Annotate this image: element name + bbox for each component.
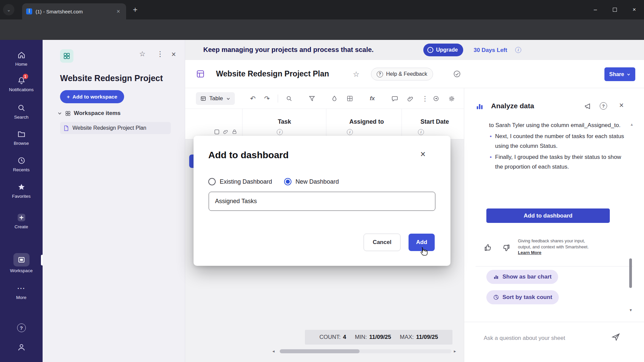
checkbox-icon[interactable]: [214, 129, 220, 135]
sheet-grid-icon: [196, 69, 205, 78]
thumbs-up-icon[interactable]: [484, 243, 492, 252]
share-label: Share: [609, 71, 624, 77]
toolbar-more-icon[interactable]: ⋮: [419, 93, 431, 105]
tab-close-icon[interactable]: ×: [114, 7, 122, 16]
panel-scroll-up-icon[interactable]: ▲: [630, 122, 634, 126]
column-header-assigned-to[interactable]: Assigned to: [349, 118, 384, 125]
filter-icon[interactable]: [306, 93, 318, 105]
tab-search-button[interactable]: ⌄: [3, 4, 14, 15]
column-info-icon[interactable]: i: [418, 129, 424, 135]
feedback-text: Giving feedback shares your input, outpu…: [518, 238, 589, 249]
help-feedback-label: Help & Feedback: [386, 71, 427, 77]
column-info-icon[interactable]: i: [277, 129, 283, 135]
add-to-workspace-label: Add to workspace: [72, 94, 117, 100]
cancel-button[interactable]: Cancel: [364, 234, 400, 251]
sheet-title: Website Redesign Project Plan: [216, 69, 329, 78]
column-info-icon[interactable]: i: [347, 129, 353, 135]
panel-add-to-dashboard-button[interactable]: Add to dashboard: [486, 208, 610, 223]
sidebar-item-recents[interactable]: Recents: [0, 156, 43, 172]
existing-dashboard-label: Existing Dashboard: [220, 178, 272, 185]
sidebar-item-workspace[interactable]: Workspace: [0, 253, 43, 273]
undo-icon[interactable]: ↶: [247, 93, 259, 105]
dialog-close-icon[interactable]: ×: [419, 148, 427, 161]
scrollbar-track[interactable]: [280, 349, 451, 353]
sidebar-item-browse[interactable]: Browse: [0, 129, 43, 146]
sidebar-item-more[interactable]: ⋯ More: [0, 283, 43, 300]
existing-dashboard-option[interactable]: Existing Dashboard: [208, 178, 272, 185]
sidebar-help-button[interactable]: ?: [0, 323, 43, 332]
panel-scroll-down-icon[interactable]: ▼: [629, 308, 633, 312]
maximize-button[interactable]: [605, 0, 625, 19]
browser-tab[interactable]: ꟾ (1) - Smartsheet.com ×: [22, 3, 126, 19]
redo-icon[interactable]: ↷: [261, 93, 273, 105]
share-button[interactable]: Share: [604, 67, 635, 81]
view-label: Table: [209, 95, 223, 102]
workspace-panel-close-icon[interactable]: ×: [171, 50, 176, 59]
add-to-workspace-button[interactable]: + Add to workspace: [60, 90, 124, 103]
close-window-button[interactable]: ×: [625, 0, 644, 19]
analysis-steps: Next, I counted the number of tasks for …: [489, 131, 625, 172]
minimize-button[interactable]: –: [586, 0, 605, 19]
analysis-explanation: to Sarah Tyler using the column email_As…: [489, 120, 625, 172]
analyze-close-icon[interactable]: ×: [619, 101, 624, 110]
sidebar-item-home[interactable]: Home: [0, 50, 43, 67]
upgrade-icon: ↑: [427, 47, 433, 53]
scroll-right-arrow[interactable]: ▸: [454, 349, 456, 354]
settings-gear-icon[interactable]: [445, 93, 458, 105]
radio-unselected-icon[interactable]: [208, 178, 216, 185]
plus-icon: [16, 213, 26, 223]
scrollbar-thumb[interactable]: [280, 349, 360, 353]
formula-icon[interactable]: fx: [366, 93, 378, 105]
sidebar-item-create[interactable]: Create: [0, 213, 43, 229]
analyze-help-icon[interactable]: ?: [600, 102, 607, 110]
toolbar-search-icon[interactable]: [283, 93, 295, 105]
sidebar-item-search[interactable]: Search: [0, 103, 43, 120]
workspace-item-sheet[interactable]: Website Redesign Project Plan: [60, 122, 171, 134]
favorite-star-icon[interactable]: ☆: [139, 50, 146, 58]
workspace-menu-icon[interactable]: ⋮: [157, 50, 164, 58]
radio-selected-icon[interactable]: [284, 178, 291, 185]
tab-title: (1) - Smartsheet.com: [36, 9, 111, 14]
sidebar-label: Recents: [13, 167, 30, 172]
sidebar-label: Notifications: [9, 87, 34, 92]
cell-format-icon[interactable]: [344, 93, 356, 105]
attachment-icon[interactable]: [404, 93, 416, 105]
learn-more-link[interactable]: Learn More: [518, 250, 541, 255]
workspace-items-section[interactable]: Workspace items: [57, 108, 121, 118]
dashboard-name-input[interactable]: [209, 192, 435, 211]
days-left-label: 30 Days Left: [474, 47, 507, 54]
help-feedback-button[interactable]: ? Help & Feedback: [371, 68, 433, 80]
info-icon[interactable]: i: [515, 47, 521, 53]
sidebar-account-button[interactable]: [0, 343, 43, 352]
star-icon: [17, 182, 26, 192]
row-attachment-icon[interactable]: [223, 129, 228, 134]
column-header-start-date[interactable]: Start Date: [420, 118, 449, 125]
ask-question-input[interactable]: [484, 331, 604, 345]
suggestion-chip-bar-chart[interactable]: Show as bar chart: [486, 270, 558, 284]
automation-icon[interactable]: [430, 93, 442, 105]
horizontal-scrollbar[interactable]: ◂ ▸: [185, 349, 464, 354]
scroll-left-arrow[interactable]: ◂: [272, 349, 275, 354]
send-icon[interactable]: [611, 332, 621, 342]
new-dashboard-option[interactable]: New Dashboard: [284, 178, 339, 185]
view-selector[interactable]: Table: [196, 92, 235, 105]
sidebar-item-notifications[interactable]: 1 Notifications: [0, 75, 43, 92]
sidebar-label: Browse: [14, 141, 29, 146]
analyze-panel-title: Analyze data: [491, 102, 534, 110]
folder-icon: [17, 129, 26, 139]
thumbs-down-icon[interactable]: [502, 243, 511, 252]
comment-icon[interactable]: [389, 93, 401, 105]
panel-scrollbar-thumb[interactable]: [629, 258, 632, 288]
suggestion-chip-sort[interactable]: Sort by task count: [486, 290, 559, 304]
feedback-megaphone-icon[interactable]: [584, 102, 592, 110]
column-header-task[interactable]: Task: [278, 118, 291, 125]
new-tab-button[interactable]: +: [133, 5, 138, 14]
grid-line: [242, 109, 243, 139]
analyze-chart-icon: [475, 102, 484, 111]
paint-format-icon[interactable]: [328, 93, 340, 105]
toolbar-divider: [278, 95, 278, 103]
upgrade-button[interactable]: ↑ Upgrade: [423, 44, 463, 56]
sheet-favorite-star-icon[interactable]: ☆: [353, 70, 360, 79]
sidebar-item-favorites[interactable]: Favorites: [0, 182, 43, 199]
add-to-dashboard-dialog: × Add to dashboard Existing Dashboard Ne…: [194, 136, 450, 266]
